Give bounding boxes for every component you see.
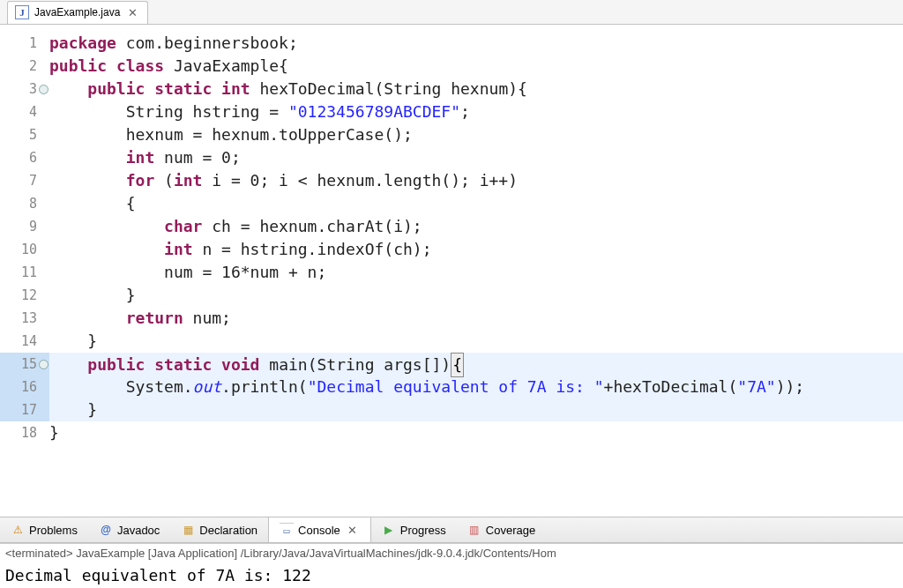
code-editor[interactable]: 123456789101112131415161718 package com.… <box>0 25 903 517</box>
code-line[interactable]: package com.beginnersbook; <box>49 32 903 55</box>
line-number: 9 <box>0 215 49 238</box>
console-launch-header: <terminated> JavaExample [Java Applicati… <box>0 544 903 562</box>
line-number-gutter: 123456789101112131415161718 <box>0 25 49 517</box>
view-tab-console[interactable]: ▭Console✕ <box>268 517 371 542</box>
line-number: 4 <box>0 100 49 123</box>
java-file-icon: J <box>15 5 29 19</box>
view-tab-problems[interactable]: ⚠Problems <box>0 517 88 542</box>
close-icon[interactable]: ✕ <box>345 524 360 537</box>
code-line[interactable]: { <box>49 192 903 215</box>
close-icon[interactable]: ✕ <box>125 6 140 19</box>
javadoc-icon: @ <box>99 523 113 537</box>
cursor-highlight: { <box>451 353 464 377</box>
console-output[interactable]: Decimal equivalent of 7A is: 122 <box>0 562 903 588</box>
code-line[interactable]: public class JavaExample{ <box>49 55 903 78</box>
code-line[interactable]: String hstring = "0123456789ABCDEF"; <box>49 100 903 123</box>
code-line[interactable]: } <box>49 421 903 444</box>
code-line[interactable]: for (int i = 0; i < hexnum.length(); i++… <box>49 169 903 192</box>
code-line[interactable]: return num; <box>49 307 903 330</box>
line-number: 16 <box>0 376 49 398</box>
line-number: 3 <box>0 78 49 100</box>
line-number: 6 <box>0 146 49 169</box>
code-line[interactable]: } <box>49 398 903 421</box>
view-tab-label: Problems <box>29 524 78 537</box>
line-number: 17 <box>0 398 49 421</box>
code-line[interactable]: int n = hstring.indexOf(ch); <box>49 238 903 261</box>
line-number: 15 <box>0 353 49 376</box>
line-number: 10 <box>0 238 49 261</box>
console-icon: ▭ <box>280 523 294 537</box>
code-line[interactable]: num = 16*num + n; <box>49 261 903 284</box>
code-line[interactable]: public static void main(String args[]){ <box>49 353 903 376</box>
view-tab-label: Declaration <box>199 524 257 537</box>
problems-icon: ⚠ <box>11 523 25 537</box>
view-tab-label: Javadoc <box>117 524 160 537</box>
line-number: 13 <box>0 307 49 330</box>
code-line[interactable]: char ch = hexnum.charAt(i); <box>49 215 903 238</box>
editor-tab-filename: JavaExample.java <box>34 6 120 19</box>
line-number: 1 <box>0 32 49 55</box>
declaration-icon: ▦ <box>181 523 195 537</box>
view-tab-javadoc[interactable]: @Javadoc <box>88 517 170 542</box>
line-number: 12 <box>0 284 49 307</box>
view-tab-label: Coverage <box>486 524 535 537</box>
view-tab-label: Console <box>298 524 340 537</box>
progress-icon: ▶ <box>382 523 396 537</box>
line-number: 2 <box>0 55 49 78</box>
bottom-views-tab-bar: ⚠Problems@Javadoc▦Declaration▭Console✕▶P… <box>0 517 903 543</box>
code-line[interactable]: hexnum = hexnum.toUpperCase(); <box>49 123 903 146</box>
line-number: 11 <box>0 261 49 284</box>
code-line[interactable]: int num = 0; <box>49 146 903 169</box>
coverage-icon: ▥ <box>467 523 481 537</box>
view-tab-coverage[interactable]: ▥Coverage <box>457 517 546 542</box>
line-number: 18 <box>0 421 49 444</box>
code-line[interactable]: System.out.println("Decimal equivalent o… <box>49 376 903 398</box>
editor-tab-bar: J JavaExample.java ✕ <box>0 0 903 25</box>
view-tab-progress[interactable]: ▶Progress <box>371 517 457 542</box>
code-line[interactable]: } <box>49 284 903 307</box>
code-line[interactable]: public static int hexToDecimal(String he… <box>49 78 903 100</box>
line-number: 8 <box>0 192 49 215</box>
code-line[interactable]: } <box>49 330 903 353</box>
editor-tab-java-example[interactable]: J JavaExample.java ✕ <box>7 1 148 24</box>
line-number: 14 <box>0 330 49 353</box>
view-tab-label: Progress <box>400 524 446 537</box>
code-area[interactable]: package com.beginnersbook;public class J… <box>49 25 903 517</box>
view-tab-declaration[interactable]: ▦Declaration <box>170 517 268 542</box>
console-view: <terminated> JavaExample [Java Applicati… <box>0 543 903 588</box>
line-number: 5 <box>0 123 49 146</box>
line-number: 7 <box>0 169 49 192</box>
